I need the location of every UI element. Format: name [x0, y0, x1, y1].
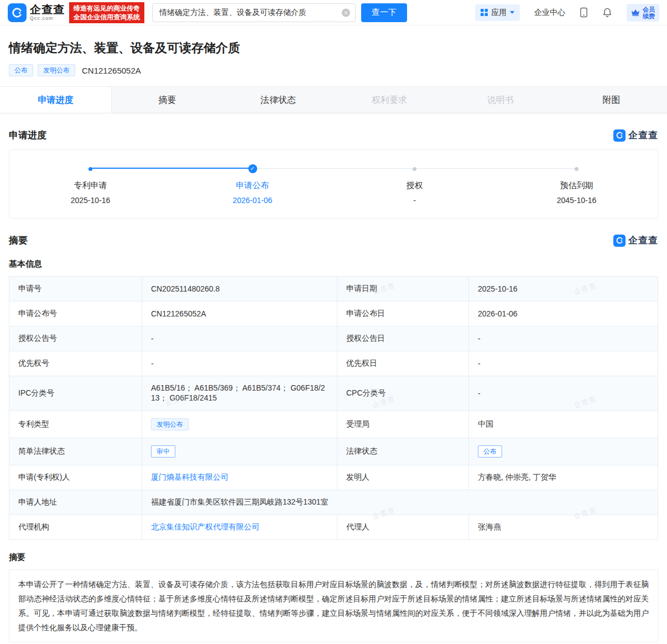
tab-claims[interactable]: 权利要求 — [334, 87, 445, 113]
table-row: 申请人地址 福建省厦门市集美区软件园三期凤岐路132号1301室 — [9, 490, 658, 515]
mobile-app-icon[interactable] — [580, 7, 588, 18]
step-date: 2026-01-06 — [233, 196, 273, 205]
applicant-link[interactable]: 厦门熵基科技有限公司 — [151, 472, 228, 481]
field-value: 2026-01-06 — [469, 302, 658, 326]
field-value: 北京集佳知识产权代理有限公司 — [142, 515, 337, 540]
table-row: 申请公布号 CN121265052A 申请公布日 2026-01-06 — [9, 302, 658, 326]
field-value: 中国 — [469, 411, 658, 438]
qcc-watermark-logo: 企查查 — [613, 234, 658, 247]
basic-info-table: 申请号 CN202511480260.8 申请日期 2025-10-16 申请公… — [9, 276, 658, 540]
clear-search-icon[interactable]: × — [342, 8, 350, 17]
step-label: 预估到期 — [560, 180, 593, 191]
field-label: 申请日期 — [337, 277, 469, 302]
vip-renewal-label: 会员 续费 — [643, 6, 655, 19]
qcc-mark-text: 企查查 — [628, 234, 658, 247]
crown-icon — [631, 9, 640, 16]
field-label: IPC分类号 — [9, 376, 142, 411]
field-label: 申请(专利权)人 — [9, 465, 142, 490]
progress-section-title: 申请进度 — [9, 129, 46, 142]
table-row: 代理机构 北京集佳知识产权代理有限公司 代理人 张海燕 — [9, 515, 658, 540]
tab-legal-status[interactable]: 法律状态 — [223, 87, 334, 113]
field-label: 专利类型 — [9, 411, 142, 438]
search-input[interactable] — [152, 3, 356, 22]
basic-info-table-wrap: 企查查 企查查 企查查 企查查 企查查 企查查 企查查 申请号 CN202511… — [9, 276, 658, 540]
grid-icon — [481, 9, 488, 16]
field-label: 申请号 — [9, 277, 142, 302]
logo-text: 企查查 — [30, 4, 65, 15]
status-tag-published: 公布 — [9, 64, 33, 76]
table-row: 申请(专利权)人 厦门熵基科技有限公司 发明人 方春晓, 仲崇亮, 丁贺华 — [9, 465, 658, 490]
progress-section-header: 申请进度 企查查 — [9, 129, 658, 142]
field-label: 申请公布日 — [337, 302, 469, 326]
tab-description[interactable]: 说明书 — [445, 87, 556, 113]
timeline-steps: 专利申请 2025-10-16 ✓ 申请公布 2026-01-06 授权 - 预… — [9, 164, 658, 205]
timeline-step-expiry: 预估到期 2045-10-16 — [496, 164, 658, 205]
apps-menu-button[interactable]: 应用 — [475, 4, 520, 21]
field-value: - — [142, 351, 337, 376]
enterprise-center-link[interactable]: 企业中心 — [534, 8, 565, 18]
search-button[interactable]: 查一下 — [361, 3, 407, 22]
field-label: 授权公告号 — [9, 326, 142, 351]
abstract-title: 摘要 — [9, 552, 658, 563]
field-value: 方春晓, 仲崇亮, 丁贺华 — [469, 465, 658, 490]
chevron-down-icon — [510, 11, 514, 14]
step-date: 2025-10-16 — [71, 196, 111, 205]
field-label: 受理局 — [337, 411, 469, 438]
step-date: 2045-10-16 — [557, 196, 597, 205]
table-row: 申请号 CN202511480260.8 申请日期 2025-10-16 — [9, 277, 658, 302]
slogan-banner: 缔造有远见的商业传奇 全国企业信用查询系统 — [69, 2, 144, 23]
vip-renewal-button[interactable]: 会员 续费 — [627, 4, 659, 22]
field-value: 发明公布 — [142, 411, 337, 438]
field-label: 代理人 — [337, 515, 469, 540]
agency-link[interactable]: 北京集佳知识产权代理有限公司 — [151, 522, 259, 531]
step-date: - — [413, 196, 416, 205]
tab-application-progress[interactable]: 申请进度 — [0, 87, 112, 113]
tab-abstract[interactable]: 摘要 — [112, 87, 223, 113]
tab-drawings[interactable]: 附图 — [556, 87, 667, 113]
table-row: 简单法律状态 审中 法律状态 公布 — [9, 438, 658, 465]
table-row: 专利类型 发明公布 受理局 中国 — [9, 411, 658, 438]
slogan-line2: 全国企业信用查询系统 — [74, 13, 140, 22]
legal-status-tag: 公布 — [478, 445, 502, 458]
field-value: 公布 — [469, 438, 658, 465]
patent-tag-row: 公布 发明公布 CN121265052A — [9, 64, 658, 76]
patent-title: 情绪确定方法、装置、设备及可读存储介质 — [9, 40, 658, 56]
type-tag-invention-publication: 发明公布 — [38, 64, 75, 76]
field-value: 张海燕 — [469, 515, 658, 540]
step-label: 授权 — [407, 180, 423, 191]
progress-timeline: 专利申请 2025-10-16 ✓ 申请公布 2026-01-06 授权 - 预… — [9, 149, 658, 219]
logo-subtext: Qcc.com — [30, 15, 65, 21]
header-right-nav: 应用 企业中心 会员 续费 — [475, 4, 659, 22]
field-value: 2025-10-16 — [469, 277, 658, 302]
slogan-line1: 缔造有远见的商业传奇 — [74, 4, 140, 13]
field-label: 优先权号 — [9, 351, 142, 376]
qcc-mark-text: 企查查 — [628, 129, 658, 142]
field-value: - — [469, 376, 658, 411]
field-value: - — [469, 326, 658, 351]
timeline-dot-expiry — [575, 164, 579, 173]
basic-info-title: 基本信息 — [9, 259, 658, 269]
field-label: 法律状态 — [337, 438, 469, 465]
timeline-step-grant: 授权 - — [334, 164, 496, 205]
field-value: 厦门熵基科技有限公司 — [142, 465, 337, 490]
field-value: 福建省厦门市集美区软件园三期凤岐路132号1301室 — [142, 490, 658, 515]
patent-number: CN121265052A — [82, 66, 141, 75]
field-value: CN202511480260.8 — [142, 277, 337, 302]
timeline-check-icon: ✓ — [248, 164, 257, 173]
apps-menu-label: 应用 — [491, 8, 507, 18]
qcc-logo-icon — [8, 3, 27, 22]
qcc-logo[interactable]: 企查查 Qcc.com — [8, 3, 65, 22]
qcc-mark-icon — [613, 235, 626, 247]
notification-bell-icon[interactable] — [602, 7, 612, 18]
step-label: 专利申请 — [74, 180, 107, 191]
simple-legal-status-tag: 审中 — [151, 445, 175, 458]
vip-line2: 续费 — [643, 13, 655, 19]
main-content: 申请进度 企查查 专利申请 2025-10-16 ✓ 申请公布 2026-01-… — [0, 129, 667, 644]
field-label: 发明人 — [337, 465, 469, 490]
search-bar: × — [152, 3, 356, 22]
qcc-watermark-logo: 企查查 — [613, 129, 658, 142]
table-row: 授权公告号 - 授权公告日 - — [9, 326, 658, 351]
field-label: 授权公告日 — [337, 326, 469, 351]
vip-line1: 会员 — [643, 6, 655, 13]
field-label: 申请公布号 — [9, 302, 142, 326]
